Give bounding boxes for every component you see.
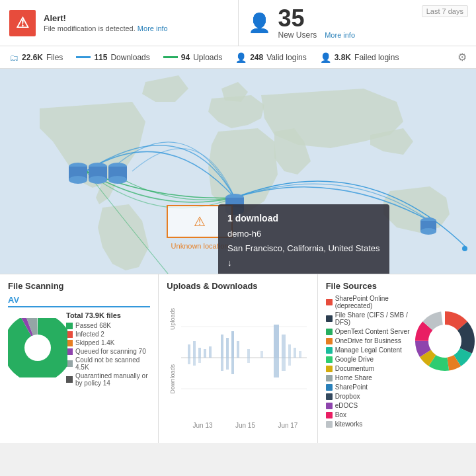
source-box: Box [326, 411, 410, 418]
scan-legend-could-not-scan: Could not be scanned 4.5K [66, 356, 150, 371]
x-label-jun13: Jun 13 [193, 422, 213, 429]
uploads-downloads-title: Uploads & Downloads [167, 281, 309, 291]
sources-legend: SharePoint Online (deprecated) File Shar… [326, 295, 410, 430]
files-count: 22.6K [22, 53, 43, 62]
valid-logins-count: 248 [250, 53, 263, 62]
sources-content: SharePoint Online (deprecated) File Shar… [326, 295, 468, 430]
warning-icon: ⚠ [16, 15, 29, 32]
users-more-info-link[interactable]: More info [325, 31, 355, 39]
users-count: 35 [278, 7, 356, 30]
source-dot [326, 299, 333, 305]
file-scanning-title: File Scanning [8, 281, 150, 291]
valid-logins-label: Valid logins [266, 53, 306, 62]
svg-rect-44 [193, 358, 196, 366]
svg-rect-49 [247, 358, 250, 363]
scan-content: Total 73.9K files Passed 68K Infected 2 … [8, 311, 150, 436]
scan-legend-passed: Passed 68K [66, 322, 150, 329]
x-axis-labels: Jun 13 Jun 15 Jun 17 [181, 422, 309, 429]
source-file-share: File Share (CIFS / SMB / DFS) [326, 311, 410, 326]
svg-point-9 [108, 176, 127, 184]
svg-rect-39 [282, 335, 286, 358]
alert-subtitle: File modification is detected. More info [44, 24, 168, 32]
source-dot [326, 329, 333, 335]
alert-title: Alert! [44, 13, 168, 23]
last-days-badge: Last 7 days [422, 5, 468, 17]
svg-rect-45 [198, 358, 201, 363]
scan-pie-chart [8, 318, 61, 397]
source-dot [326, 315, 333, 322]
source-dot [326, 393, 333, 400]
svg-rect-41 [294, 348, 296, 358]
failed-logins-label: Failed logins [354, 53, 399, 62]
scan-legend-quarantined: Quarantined manually or by policy 14 [66, 372, 150, 387]
downloads-label: Downloads [110, 53, 149, 62]
sources-donut-chart [415, 301, 468, 387]
svg-point-16 [462, 246, 467, 251]
downloads-count: 115 [94, 53, 107, 62]
stat-failed-logins: 👤 3.8K Failed logins [320, 52, 399, 63]
scan-legend-queued: Queued for scanning 70 [66, 348, 150, 355]
settings-gear-icon[interactable]: ⚙ [457, 51, 467, 63]
alert-more-info-link[interactable]: More info [138, 24, 168, 32]
stat-downloads: 115 Downloads [76, 53, 149, 62]
svg-point-3 [69, 176, 87, 184]
bottom-panels: File Scanning AV Total 73.9K files [0, 274, 476, 443]
uploads-downloads-chart: 20 0 20 [181, 295, 309, 420]
users-icon: 👤 [248, 11, 272, 35]
source-dot [326, 421, 333, 428]
x-label-jun15: Jun 15 [235, 422, 255, 429]
svg-rect-42 [299, 351, 301, 358]
svg-rect-32 [221, 335, 223, 358]
svg-rect-51 [282, 358, 286, 371]
files-icon: 🗂 [9, 52, 19, 63]
map-tooltip: 1 download demo-h6 San Francisco, Califo… [218, 204, 389, 274]
users-section: 👤 35 New Users More info Last 7 days [239, 0, 477, 46]
svg-rect-48 [231, 358, 234, 374]
stat-uploads: 94 Uploads [163, 53, 222, 62]
scan-legend: Total 73.9K files Passed 68K Infected 2 … [66, 311, 150, 436]
source-google-drive: Google Drive [326, 356, 410, 363]
svg-rect-50 [274, 358, 279, 377]
svg-point-20 [24, 335, 51, 361]
x-label-jun17: Jun 17 [278, 422, 298, 429]
source-dot [326, 384, 333, 391]
users-label: New Users [278, 30, 317, 40]
y-label-uploads: Uploads [169, 308, 176, 330]
stats-bar: 🗂 22.6K Files 115 Downloads 94 Uploads 👤… [0, 46, 476, 69]
svg-rect-34 [231, 331, 234, 358]
svg-rect-33 [226, 338, 229, 358]
source-dot [326, 403, 333, 409]
uploads-downloads-panel: Uploads & Downloads 20 0 20 [159, 274, 317, 443]
source-dropbox: Dropbox [326, 393, 410, 400]
source-manage-legal: Manage Legal Content [326, 346, 410, 354]
uploads-count: 94 [181, 53, 190, 62]
location-warning-icon: ⚠ [194, 214, 206, 229]
svg-rect-47 [226, 358, 229, 370]
source-kiteworks: kiteworks [326, 420, 410, 428]
uploads-line-icon [163, 56, 178, 58]
alert-text: Alert! File modification is detected. Mo… [44, 13, 168, 32]
svg-rect-36 [247, 349, 250, 358]
tooltip-from-location: San Francisco, California, United States [227, 241, 380, 256]
av-tab[interactable]: AV [8, 295, 150, 307]
source-dot [326, 412, 333, 418]
failed-logins-icon: 👤 [320, 52, 331, 63]
svg-rect-40 [288, 344, 291, 358]
downloads-line-icon [76, 56, 91, 58]
svg-point-62 [429, 325, 461, 357]
alert-icon: ⚠ [9, 10, 36, 36]
top-bar: ⚠ Alert! File modification is detected. … [0, 0, 476, 46]
source-opentext: OpenText Content Server [326, 328, 410, 335]
svg-rect-35 [237, 341, 239, 358]
tooltip-arrow: ↓ [227, 256, 380, 270]
file-sources-panel: File Sources SharePoint Online (deprecat… [318, 274, 476, 443]
svg-rect-27 [188, 344, 190, 358]
svg-point-6 [89, 176, 107, 184]
tooltip-to-location: Christchurch, Canterbury, New Zealand [227, 270, 380, 274]
svg-rect-37 [260, 351, 263, 358]
svg-rect-29 [198, 348, 201, 358]
source-dot [326, 347, 333, 354]
svg-rect-28 [193, 341, 196, 358]
file-scanning-panel: File Scanning AV Total 73.9K files [0, 274, 159, 443]
stat-valid-logins: 👤 248 Valid logins [235, 52, 307, 63]
